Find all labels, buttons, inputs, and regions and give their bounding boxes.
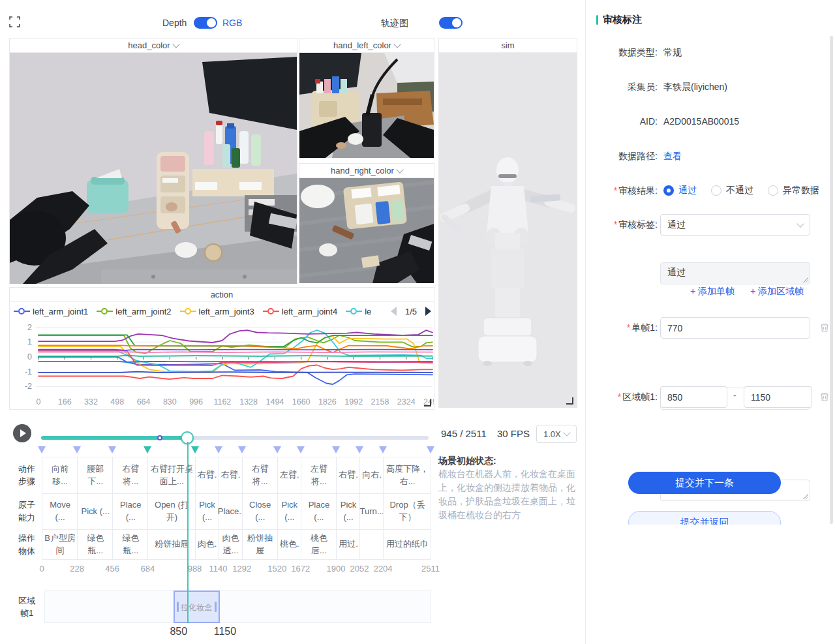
step-cell[interactable]: 右臂. [337,457,360,493]
skill-cell[interactable]: Pick (... [337,493,360,529]
speed-select[interactable]: 1.0X [536,425,577,443]
step-column[interactable]: 高度下降，右...Drop（丢下）用过的纸巾 [383,457,431,560]
object-cell[interactable]: 绿色瓶... [78,529,113,560]
region-start-input[interactable]: 850 [660,386,727,408]
timeline-marker-icon[interactable] [144,446,151,453]
data-path-link[interactable]: 查看 [663,151,682,162]
radio-option-fail[interactable]: 不通过 [711,185,753,196]
skill-cell[interactable]: Pick (... [78,493,113,529]
timeline-marker-icon[interactable] [332,446,340,453]
timeline-marker-icon[interactable] [215,446,222,453]
legend-next-icon[interactable] [425,307,431,316]
sim-image[interactable] [439,53,577,408]
resize-corner-icon[interactable] [566,397,573,405]
skill-cell[interactable]: Place (... [113,493,148,529]
step-cell[interactable]: 左臂. [278,457,301,493]
single-frame-input[interactable]: 770 [660,317,810,339]
step-cell[interactable]: 右臂. [219,457,243,493]
region-segment[interactable]: 拉化妆盒 [174,590,220,623]
region-frame-label: *区域帧1: [590,391,658,403]
step-column[interactable]: 向右.Turn... [359,457,384,560]
resize-grip-icon[interactable] [803,494,808,499]
step-column[interactable]: 右臂.Pick (...肉色. [195,457,219,560]
timeline-marker-icon[interactable] [191,446,199,453]
timeline-marker-icon[interactable] [73,446,81,453]
panel-scrollbar[interactable] [830,36,833,524]
svg-text:166: 166 [58,397,72,406]
legend-item[interactable]: left_arm_joint3 [180,307,254,316]
section-accent-bar [596,15,598,25]
skill-cell[interactable]: Place (... [301,493,337,529]
legend-item[interactable]: left_arm_joint1 [14,307,88,316]
step-cell[interactable]: 右臂将... [243,457,278,493]
step-column[interactable]: 右臂.Pick (...用过. [336,457,360,560]
legend-prev-icon[interactable] [391,307,397,316]
add-single-frame-link[interactable]: + 添加单帧 [690,286,735,298]
timeline-marker-icon[interactable] [427,446,434,453]
skill-cell[interactable]: Turn... [360,493,384,529]
skill-cell[interactable]: Move (... [42,493,78,529]
skill-cell[interactable]: Place.. [219,493,243,529]
step-cell[interactable]: 腰部下... [78,457,113,493]
step-cell[interactable]: 向前移... [42,457,78,493]
delete-region-frame-icon[interactable] [819,391,830,402]
step-column[interactable]: 向前移...Move (...B户型房间 [42,457,78,560]
step-cell[interactable]: 右臂. [196,457,219,493]
fullscreen-icon[interactable] [9,16,20,27]
play-button[interactable] [13,424,31,442]
review-tag-select[interactable]: 通过 [660,214,810,236]
legend-label: left_arm_joint2 [115,307,171,316]
object-cell[interactable]: 绿色瓶... [113,529,148,560]
timeline-marker-icon[interactable] [356,446,363,453]
region-end-input[interactable]: 1150 [744,386,812,408]
step-cell[interactable]: 向右. [360,457,384,493]
timeline-marker-icon[interactable] [238,446,246,453]
object-cell[interactable]: 用过. [337,529,360,560]
submit-next-button[interactable]: 提交并下一条 [628,472,781,494]
add-region-frame-link[interactable]: + 添加区域帧 [750,286,804,298]
step-column[interactable]: 右臂将...Close (...粉饼抽屉 [242,457,278,560]
resize-grip-icon[interactable] [803,277,808,283]
radio-option-pass[interactable]: 通过 [663,185,697,196]
step-column[interactable]: 右臂.Place..肉色透... [219,457,243,560]
timeline-marker-icon[interactable] [38,446,46,453]
region-track-box[interactable] [44,590,431,623]
hand-right-header[interactable]: hand_right_color [299,164,434,178]
legend-item[interactable]: le [346,307,371,316]
radio-option-abnormal[interactable]: 异常数据 [768,185,819,196]
trajectory-toggle[interactable] [439,17,463,29]
object-cell[interactable]: 肉色. [196,529,219,560]
skill-cell[interactable]: Drop（丢下） [384,493,431,529]
object-cell[interactable] [360,529,384,560]
step-column[interactable]: 腰部下...Pick (...绿色瓶... [77,457,113,560]
step-cell[interactable]: 左臂将... [301,457,337,493]
hand-left-header[interactable]: hand_left_color [299,38,434,53]
submit-back-button[interactable]: 提交并返回 [628,511,781,525]
step-column[interactable]: 右臂将...Place (...绿色瓶... [112,457,148,560]
head-color-header[interactable]: head_color [10,38,297,53]
object-cell[interactable]: 桃色. [278,529,301,560]
object-cell[interactable]: 肉色透... [219,529,243,560]
object-cell[interactable]: B户型房间 [42,529,78,560]
resize-corner-icon[interactable] [424,399,431,406]
skill-cell[interactable]: Pick (... [196,493,219,529]
timeline-marker-icon[interactable] [273,446,281,453]
step-cell[interactable]: 高度下降，右... [384,457,431,493]
object-cell[interactable]: 粉饼抽屉 [243,529,278,560]
step-column[interactable]: 左臂将...Place (...桃色唇... [301,457,337,560]
review-tag-note[interactable]: 通过 [660,262,810,284]
skill-cell[interactable]: Close (... [243,493,278,529]
legend-item[interactable]: left_arm_joint2 [97,307,171,316]
object-cell[interactable]: 用过的纸巾 [384,529,431,560]
timeline-marker-icon[interactable] [108,446,116,453]
timeline-marker-icon[interactable] [297,446,305,453]
object-cell[interactable]: 桃色唇... [301,529,337,560]
step-column[interactable]: 左臂.Pick (...桃色. [277,457,301,560]
timeline-marker-icon[interactable] [379,446,387,453]
skill-cell[interactable]: Pick (... [278,493,301,529]
action-plot[interactable]: 210-1-2016633249866483099611621328149416… [10,318,434,409]
step-cell[interactable]: 右臂将... [113,457,148,493]
legend-item[interactable]: left_arm_joint4 [263,307,337,316]
depth-rgb-toggle[interactable] [194,17,217,29]
delete-single-frame-icon[interactable] [819,322,830,333]
